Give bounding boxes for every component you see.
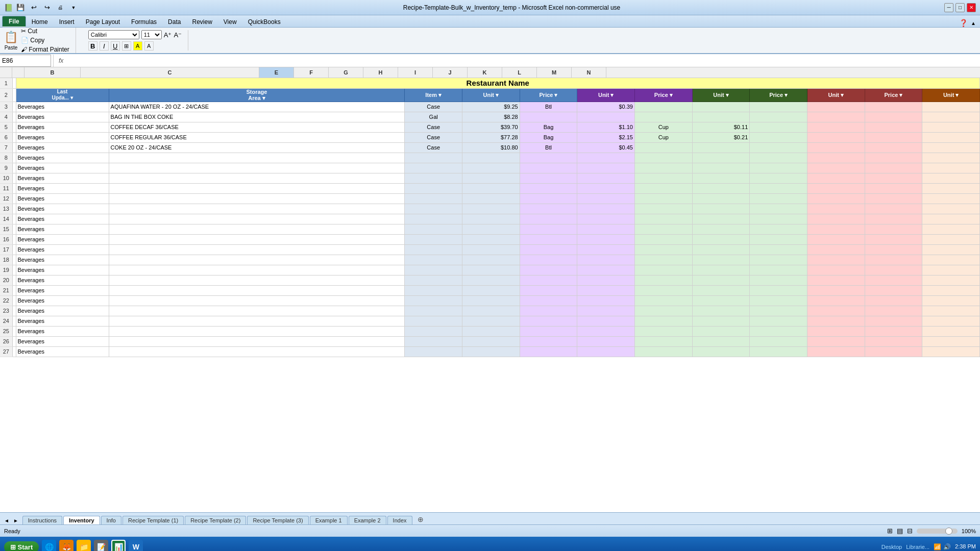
cell-b5[interactable]: Beverages	[16, 122, 109, 132]
col-header-h[interactable]: H	[363, 67, 398, 78]
row-header-2[interactable]: 2	[0, 88, 12, 102]
quick-access-more[interactable]: ▼	[68, 3, 79, 13]
cell-a6[interactable]	[12, 132, 16, 142]
cell-i5[interactable]: Cup	[634, 122, 692, 132]
taskbar-firefox[interactable]: 🦊	[59, 540, 74, 551]
cell-g3[interactable]: Btl	[520, 102, 577, 112]
cell-i7[interactable]	[634, 142, 692, 153]
taskbar-desktop-btn[interactable]: Desktop	[881, 544, 902, 550]
paste-button[interactable]: 📋	[4, 31, 18, 44]
row-header-13[interactable]: 13	[0, 204, 12, 214]
tab-formulas[interactable]: Formulas	[126, 16, 162, 27]
minimize-ribbon-icon[interactable]: ▲	[971, 20, 976, 26]
col-header-n[interactable]: N	[572, 67, 606, 78]
font-family-select[interactable]: Calibri	[88, 30, 139, 39]
cell-a3[interactable]	[12, 102, 16, 112]
cell-j2-unit[interactable]: Unit ▾	[692, 88, 750, 102]
col-header-a[interactable]	[12, 67, 24, 78]
taskbar-explorer[interactable]: 📁	[77, 540, 91, 551]
sheet-tab-recipe-2[interactable]: Recipe Template (2)	[185, 516, 246, 524]
col-header-l[interactable]: L	[502, 67, 537, 78]
cell-n7[interactable]	[922, 142, 980, 153]
tab-page-layout[interactable]: Page Layout	[80, 16, 126, 27]
sheet-tab-recipe-3[interactable]: Recipe Template (3)	[247, 516, 308, 524]
sheet-tab-example-2[interactable]: Example 2	[349, 516, 386, 524]
row-header-11[interactable]: 11	[0, 183, 12, 193]
cell-n4[interactable]	[922, 112, 980, 122]
formula-input[interactable]	[66, 55, 980, 67]
cell-j6[interactable]: $0.21	[692, 132, 750, 142]
cell-e7[interactable]: Case	[405, 142, 462, 153]
quick-access-undo[interactable]: ↩	[28, 3, 39, 13]
fill-color-button[interactable]: A	[133, 41, 142, 51]
row-header-16[interactable]: 16	[0, 234, 12, 244]
sheet-tab-inventory[interactable]: Inventory	[63, 516, 100, 524]
col-header-f[interactable]: F	[294, 67, 329, 78]
cell-n5[interactable]	[922, 122, 980, 132]
cell-b3[interactable]: Beverages	[16, 102, 109, 112]
cell-h3[interactable]: $0.39	[577, 102, 635, 112]
sheet-tab-info[interactable]: Info	[101, 516, 121, 524]
cell-e3[interactable]: Case	[405, 102, 462, 112]
cell-c6[interactable]: COFFEE REGULAR 36/CASE	[109, 132, 405, 142]
col-header-c[interactable]: C	[81, 67, 259, 78]
cell-e2[interactable]: Item ▾	[405, 88, 462, 102]
row-header-6[interactable]: 6	[0, 132, 12, 142]
cell-c3[interactable]: AQUAFINA WATER - 20 OZ - 24/CASE	[109, 102, 405, 112]
row-header-1[interactable]: 1	[0, 78, 12, 88]
taskbar-ie[interactable]: 🌐	[42, 540, 56, 551]
tab-view[interactable]: View	[218, 16, 242, 27]
cell-k7[interactable]	[750, 142, 807, 153]
border-button[interactable]: ⊞	[122, 41, 131, 51]
col-header-i[interactable]: I	[398, 67, 433, 78]
cell-l4[interactable]	[807, 112, 865, 122]
cell-g4[interactable]	[520, 112, 577, 122]
cell-n3[interactable]	[922, 102, 980, 112]
sheet-tab-example-1[interactable]: Example 1	[310, 516, 348, 524]
taskbar-notepad[interactable]: 📝	[94, 540, 108, 551]
cell-e4[interactable]: Gal	[405, 112, 462, 122]
cell-a1[interactable]	[12, 78, 16, 88]
cell-m7[interactable]	[865, 142, 922, 153]
page-break-view-button[interactable]: ⊟	[907, 527, 913, 535]
cell-a5[interactable]	[12, 122, 16, 132]
col-header-m[interactable]: M	[537, 67, 572, 78]
cell-g6[interactable]: Bag	[520, 132, 577, 142]
cell-h2-unit[interactable]: Unit ▾	[577, 88, 635, 102]
minimize-button[interactable]: ─	[944, 3, 953, 12]
row-header-7[interactable]: 7	[0, 142, 12, 153]
corner-cell[interactable]	[0, 67, 12, 78]
cell-i2-price[interactable]: Price ▾	[634, 88, 692, 102]
row-header-8[interactable]: 8	[0, 153, 12, 163]
row-header-22[interactable]: 22	[0, 295, 12, 306]
cell-a2[interactable]	[12, 88, 16, 102]
cell-e6[interactable]: Case	[405, 132, 462, 142]
help-icon[interactable]: ❓	[959, 19, 968, 27]
tab-data[interactable]: Data	[162, 16, 186, 27]
sheet-tab-instructions[interactable]: Instructions	[22, 516, 62, 524]
normal-view-button[interactable]: ⊞	[887, 527, 893, 535]
cell-g2-price[interactable]: Price ▾	[520, 88, 577, 102]
row-header-18[interactable]: 18	[0, 255, 12, 265]
cell-b1-merged[interactable]: Restaurant Name	[16, 78, 980, 88]
cell-f4[interactable]: $8.28	[462, 112, 520, 122]
row-header-10[interactable]: 10	[0, 173, 12, 183]
increase-font-size[interactable]: A⁺	[164, 31, 172, 39]
cell-k4[interactable]	[750, 112, 807, 122]
cell-j3[interactable]	[692, 102, 750, 112]
cell-i6[interactable]: Cup	[634, 132, 692, 142]
zoom-slider[interactable]	[917, 529, 958, 534]
sheet-scroll-left[interactable]: ◄	[2, 517, 11, 524]
cell-l6[interactable]	[807, 132, 865, 142]
tab-quickbooks[interactable]: QuickBooks	[242, 16, 286, 27]
cell-h6[interactable]: $2.15	[577, 132, 635, 142]
cell-c2[interactable]: StorageArea ▾	[109, 88, 405, 102]
cell-k3[interactable]	[750, 102, 807, 112]
sheet-tab-recipe-1[interactable]: Recipe Template (1)	[122, 516, 184, 524]
cell-m5[interactable]	[865, 122, 922, 132]
cell-i3[interactable]	[634, 102, 692, 112]
underline-button[interactable]: U	[111, 41, 120, 51]
cell-g5[interactable]: Bag	[520, 122, 577, 132]
row-header-9[interactable]: 9	[0, 163, 12, 173]
col-header-j[interactable]: J	[433, 67, 468, 78]
